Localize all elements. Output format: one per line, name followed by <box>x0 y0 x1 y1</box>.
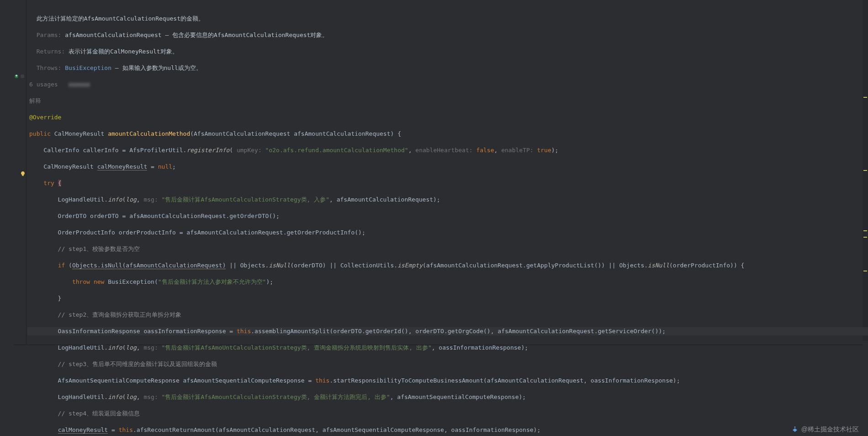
code-line: public CalMoneyResult amountCalculationM… <box>27 130 868 138</box>
code-line: // step3、售后单不同维度的金额计算以及返回组装的金额 <box>27 360 868 368</box>
svg-rect-2 <box>22 175 24 176</box>
code-line: LogHandleUtil.info(log, msg: "售后金额计算AfsA… <box>27 393 868 401</box>
code-line: AfsAmountSequentialComputeResponse afsAm… <box>27 377 868 385</box>
code-line: if (Objects.isNull(afsAmountCalculationR… <box>27 261 868 270</box>
watermark-text: @稀土掘金技术社区 <box>801 425 859 433</box>
meta-line: 解释 <box>27 97 868 105</box>
gutter-extra-icon <box>20 74 25 79</box>
code-line: calMoneyResult = this.afsRecountReturnAm… <box>27 426 868 434</box>
doc-line: Returns: 表示计算金额的CalMoneyResult对象。 <box>27 48 868 56</box>
editor-horizontal-separator <box>14 345 863 345</box>
code-line: OrderDTO orderDTO = afsAmountCalculation… <box>27 212 868 220</box>
code-line: OrderProductInfo orderProductInfo = afsA… <box>27 229 868 237</box>
code-editor[interactable]: 此方法计算给定的AfsAmountCalculationRequest的金额。 … <box>26 0 868 345</box>
gutter-override-marker[interactable] <box>0 72 26 80</box>
code-line: // step4、组装返回金额信息 <box>27 409 868 418</box>
code-line: // step2、查询金额拆分获取正向单拆分对象 <box>27 311 868 319</box>
code-line: @Override <box>27 113 868 122</box>
juejin-logo-icon <box>791 425 799 433</box>
code-line: CalMoneyResult calMoneyResult = null; <box>27 163 868 171</box>
code-line: } <box>27 294 868 303</box>
doc-line: Throws: BusiException – 如果输入参数为null或为空。 <box>27 64 868 72</box>
code-line-current: OassInformationResponse oassInformationR… <box>27 327 868 335</box>
editor-gutter <box>0 0 26 345</box>
code-line: // step1、校验参数是否为空 <box>27 245 868 253</box>
doc-line: Params: afsAmountCalculationRequest – 包含… <box>27 31 868 39</box>
override-icon <box>14 74 19 79</box>
code-line: LogHandleUtil.info(log, msg: "售后金额计算AfsA… <box>27 196 868 204</box>
watermark: @稀土掘金技术社区 <box>791 425 859 433</box>
code-line: try { <box>27 179 868 187</box>
doc-line: 此方法计算给定的AfsAmountCalculationRequest的金额。 <box>27 15 868 23</box>
svg-rect-1 <box>21 74 24 78</box>
code-line: throw new BusiException("售后金额计算方法入参对象不允许… <box>27 278 868 286</box>
code-line: CallerInfo callerInfo = AfsProfilerUtil.… <box>27 146 868 154</box>
meta-line: 6 usages xxxxxx <box>27 80 868 89</box>
intention-bulb-icon[interactable] <box>20 171 26 176</box>
